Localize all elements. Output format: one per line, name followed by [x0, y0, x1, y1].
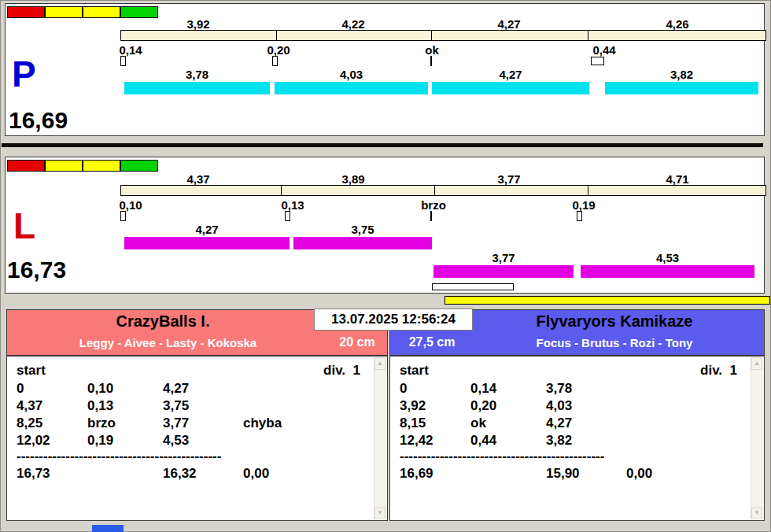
- division-label: div. 1: [323, 363, 360, 379]
- divider-dashes: ----------------------------------------…: [400, 449, 604, 464]
- light-yellow2-icon: [83, 160, 120, 172]
- lane-total-time: 16,69: [9, 107, 68, 134]
- result-row: 12,42 0,44 3,82: [390, 433, 764, 450]
- segment-time-label: 4,26: [666, 17, 688, 31]
- dog-run-bar: 3,75: [293, 237, 432, 249]
- cell: 0,44: [470, 433, 496, 449]
- dog-run-time: 3,77: [433, 251, 574, 264]
- cell: 0,13: [87, 398, 113, 414]
- cell: 4,27: [546, 416, 572, 431]
- dog-run-time: 4,03: [275, 68, 428, 81]
- cell: 0,14: [470, 381, 496, 397]
- light-yellow1-icon: [45, 160, 83, 172]
- cell: brzo: [87, 416, 116, 431]
- dog-run-time: 4,53: [581, 251, 754, 264]
- divider-dashes: ----------------------------------------…: [17, 449, 221, 464]
- scrollbar[interactable]: ▲ ▼: [751, 357, 763, 519]
- changeover-time-label: 0,19: [572, 198, 595, 212]
- light-green-icon: [120, 160, 158, 172]
- timeline-tick: [588, 186, 588, 195]
- panel-divider: [2, 143, 763, 147]
- taskbar-fragment: [92, 525, 124, 532]
- lane-timeline-bar: [120, 30, 766, 41]
- dog-run-bar: 4,27: [124, 237, 290, 249]
- changeover-time-label: 0,13: [281, 198, 304, 212]
- segment-time-label: 4,71: [666, 172, 688, 186]
- cell: 3,77: [163, 416, 189, 431]
- totals-row: 16,69 15,90 0,00: [390, 466, 764, 483]
- cell: 3,78: [546, 381, 572, 397]
- lane-panel-l: 4,37 3,89 3,77 4,71 0,10 0,13 brzo 0,19 …: [5, 157, 765, 294]
- lane-total-time: 16,73: [7, 257, 66, 283]
- flyball-timing-window: 3,92 4,22 4,27 4,26 0,14 0,20 ok 0,44 P …: [0, 0, 771, 532]
- cell: 3,82: [546, 433, 572, 449]
- start-light-strip: [7, 160, 158, 172]
- light-yellow2-icon: [83, 6, 120, 18]
- result-row: 4,37 0,13 3,75: [7, 398, 387, 416]
- empty-bar-outline: [432, 283, 514, 290]
- changeover-marker: [285, 211, 290, 221]
- cell: 0,20: [470, 398, 496, 414]
- result-header-row: start div. 1: [7, 363, 387, 380]
- segment-time-label: 3,89: [341, 172, 364, 186]
- jump-height-badge: 27,5 cm: [400, 335, 464, 349]
- scroll-down-icon: ▼: [754, 509, 760, 516]
- light-red-icon: [7, 6, 45, 18]
- changeover-marker: [591, 57, 604, 65]
- result-row: 3,92 0,20 4,03: [390, 398, 764, 416]
- changeover-marker: [430, 211, 432, 221]
- timeline-tick: [431, 31, 432, 40]
- clean-time: 15,90: [546, 466, 580, 482]
- cell: 4,53: [163, 433, 189, 449]
- light-red-icon: [7, 160, 45, 172]
- changeover-time-label: brzo: [421, 198, 446, 212]
- dog-run-bar: 4,53: [581, 265, 754, 278]
- dog-run-bar: 4,27: [432, 82, 589, 94]
- start-label: start: [17, 363, 46, 379]
- dog-run-bar: 3,77: [433, 265, 574, 278]
- result-row: 8,25 brzo 3,77 chyba: [7, 416, 387, 433]
- results-panel-right: start div. 1 0 0,14 3,78 3,92 0,20 4,03 …: [389, 356, 765, 521]
- cell: ok: [470, 416, 486, 431]
- scroll-down-icon: ▼: [377, 509, 383, 516]
- changeover-time-label: ok: [425, 43, 439, 57]
- totals-row: 16,73 16,32 0,00: [7, 466, 387, 483]
- result-row: 12,02 0,19 4,53: [7, 433, 387, 450]
- dog-run-time: 3,75: [293, 223, 432, 236]
- segment-time-label: 3,77: [497, 172, 520, 186]
- segment-time-label: 4,37: [186, 172, 209, 186]
- result-row: 8,15 ok 4,27: [390, 416, 764, 433]
- division-label: div. 1: [700, 363, 737, 379]
- total-time: 16,73: [17, 466, 50, 482]
- team-name: CrazyBalls I.: [9, 312, 317, 331]
- cell: 0,19: [87, 433, 113, 449]
- scroll-up-button[interactable]: ▲: [751, 357, 762, 370]
- dog-run-time: 4,27: [432, 68, 589, 81]
- cell: 8,25: [17, 416, 42, 431]
- result-row: 0 0,14 3,78: [390, 381, 764, 398]
- clean-time: 16,32: [163, 466, 197, 482]
- cell: 4,37: [17, 398, 42, 414]
- changeover-marker: [430, 56, 432, 66]
- dog-run-bar: 4,03: [275, 82, 428, 94]
- segment-time-label: 3,92: [186, 17, 209, 31]
- team-members: Focus - Brutus - Rozi - Tony: [465, 336, 764, 349]
- cell: chyba: [243, 416, 282, 431]
- team-name: Flyvaryors Kamikaze: [465, 312, 764, 331]
- result-row: 0 0,10 4,27: [7, 381, 387, 398]
- scrollbar[interactable]: ▲ ▼: [374, 357, 386, 519]
- cell: 0: [17, 381, 24, 397]
- result-header-row: start div. 1: [390, 363, 764, 380]
- changeover-marker: [120, 56, 126, 66]
- scroll-up-button[interactable]: ▲: [374, 357, 386, 370]
- scroll-down-button[interactable]: ▼: [751, 507, 762, 519]
- dog-run-bar: 3,82: [605, 82, 758, 94]
- timeline-tick: [281, 186, 282, 195]
- light-green-icon: [120, 6, 158, 18]
- changeover-time-label: 0,44: [592, 43, 615, 57]
- datetime-display: 13.07.2025 12:56:24: [314, 308, 473, 331]
- penalty-time: 0,00: [243, 466, 269, 482]
- dog-run-bar: 3,78: [124, 82, 270, 94]
- cell: 0: [400, 381, 407, 397]
- scroll-down-button[interactable]: ▼: [374, 507, 386, 519]
